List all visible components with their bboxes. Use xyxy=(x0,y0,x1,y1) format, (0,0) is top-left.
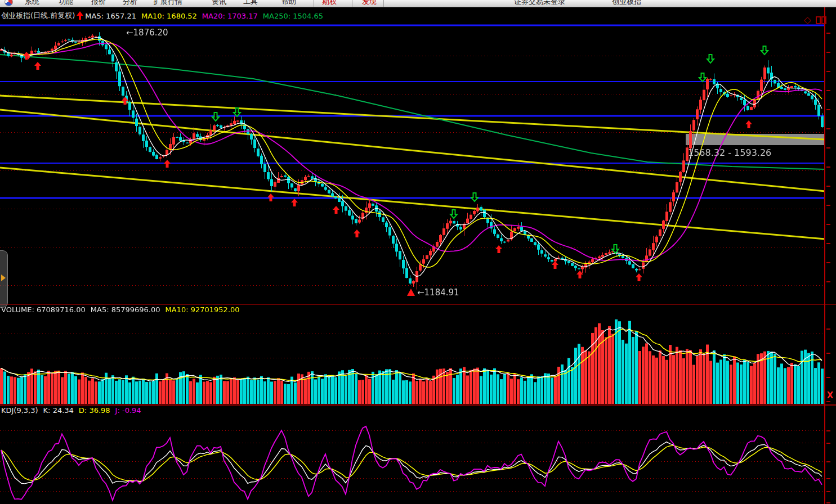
menu-item-options[interactable]: 期权 xyxy=(322,0,337,7)
left-flyout-handle[interactable] xyxy=(0,250,8,308)
chart-corner-controls: ◇ xyxy=(804,15,826,25)
expand-arrow-icon xyxy=(1,274,6,281)
volume-ma5: MA5: 85799696.00 xyxy=(91,305,160,314)
menu-item-help[interactable]: 帮助 xyxy=(281,0,296,7)
split-window-icon[interactable] xyxy=(816,16,826,24)
menu-bar: 系统 功能 报价 分析 扩展行情 资讯 工具 帮助 期权 发现 证券交易未登录 … xyxy=(0,0,836,7)
trading-app-window: 系统 功能 报价 分析 扩展行情 资讯 工具 帮助 期权 发现 证券交易未登录 … xyxy=(0,0,836,504)
menu-separator xyxy=(352,0,352,7)
right-axis-ticks xyxy=(825,7,836,504)
menu-item-news[interactable]: 资讯 xyxy=(212,0,226,7)
menu-item-quotes[interactable]: 报价 xyxy=(91,0,106,7)
indicator-ma20: MA20: 1703.17 xyxy=(202,12,258,20)
diamond-icon[interactable]: ◇ xyxy=(804,15,811,25)
volume-bottom-border xyxy=(0,404,836,406)
volume-canvas[interactable] xyxy=(0,304,825,404)
volume-ma10: MA10: 92701952.00 xyxy=(166,305,240,314)
main-chart-canvas[interactable] xyxy=(0,22,825,304)
kdj-k-value: K: 24.34 xyxy=(43,406,74,415)
indicator-ma10: MA10: 1680.52 xyxy=(141,12,197,20)
kdj-canvas[interactable] xyxy=(0,416,825,504)
menu-item-discover[interactable]: 发现 xyxy=(362,0,377,7)
main-chart-header: 创业板指(日线.前复权) MA5: 1657.21 MA10: 1680.52 … xyxy=(1,10,323,21)
pane-close-x-button[interactable]: X xyxy=(827,390,834,400)
kdj-j-value: J: -0.94 xyxy=(115,406,141,415)
kdj-label: KDJ(9,3,3) xyxy=(1,406,38,415)
kdj-d-value: D: 36.98 xyxy=(79,406,110,415)
indicator-ma250: MA250: 1504.65 xyxy=(263,12,323,20)
volume-value: VOLUME: 67089716.00 xyxy=(1,305,86,314)
menu-separator xyxy=(383,0,384,7)
app-logo-icon[interactable] xyxy=(5,0,13,6)
status-index-name: 创业板指 xyxy=(612,0,641,7)
status-login-state[interactable]: 证券交易未登录 xyxy=(514,0,565,7)
menu-item-analysis[interactable]: 分析 xyxy=(123,0,137,7)
main-chart-panel: 创业板指(日线.前复权) MA5: 1657.21 MA10: 1680.52 … xyxy=(0,7,825,304)
menu-item-system[interactable]: 系统 xyxy=(25,0,39,7)
menu-item-extended-quotes[interactable]: 扩展行情 xyxy=(153,0,182,7)
chart-title: 创业板指(日线.前复权) xyxy=(1,11,75,21)
menu-item-tools[interactable]: 工具 xyxy=(243,0,258,7)
indicator-ma5: MA5: 1657.21 xyxy=(85,12,136,20)
volume-header: VOLUME: 67089716.00 MA5: 85799696.00 MA1… xyxy=(1,305,240,314)
volume-panel: VOLUME: 67089716.00 MA5: 85799696.00 MA1… xyxy=(0,304,825,404)
kdj-header: KDJ(9,3,3) K: 24.34 D: 36.98 J: -0.94 xyxy=(1,406,141,415)
menu-separator xyxy=(314,0,314,7)
menu-item-function[interactable]: 功能 xyxy=(59,0,73,7)
